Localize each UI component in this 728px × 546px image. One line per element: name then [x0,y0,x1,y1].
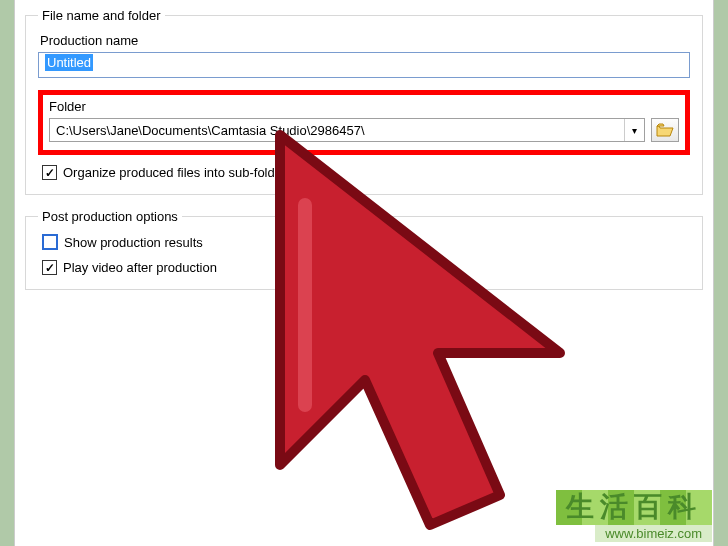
post-production-legend: Post production options [38,209,182,224]
check-icon: ✓ [45,262,55,274]
organize-checkbox[interactable]: ✓ [42,165,57,180]
folder-open-icon [656,123,674,137]
production-name-label: Production name [40,33,690,48]
show-results-checkbox[interactable] [42,234,58,250]
organize-checkbox-label: Organize produced files into sub-folders [63,165,293,180]
file-name-folder-legend: File name and folder [38,8,165,23]
folder-row: C:\Users\Jane\Documents\Camtasia Studio\… [49,118,679,142]
show-results-label: Show production results [64,235,203,250]
folder-path-value: C:\Users\Jane\Documents\Camtasia Studio\… [50,123,624,138]
play-video-checkbox-row[interactable]: ✓ Play video after production [42,260,690,275]
post-production-fieldset: Post production options Show production … [25,209,703,290]
watermark: 生活百科 www.bimeiz.com [556,490,712,542]
production-name-value: Untitled [45,54,93,71]
watermark-url: www.bimeiz.com [595,525,712,542]
dialog-panel: File name and folder Production name Unt… [14,0,714,546]
browse-folder-button[interactable] [651,118,679,142]
play-video-checkbox[interactable]: ✓ [42,260,57,275]
production-name-input[interactable]: Untitled [38,52,690,78]
folder-highlight: Folder C:\Users\Jane\Documents\Camtasia … [38,90,690,155]
play-video-label: Play video after production [63,260,217,275]
watermark-title: 生活百科 [556,490,712,525]
check-icon: ✓ [45,167,55,179]
folder-combobox[interactable]: C:\Users\Jane\Documents\Camtasia Studio\… [49,118,645,142]
organize-checkbox-row[interactable]: ✓ Organize produced files into sub-folde… [42,165,690,180]
file-name-folder-fieldset: File name and folder Production name Unt… [25,8,703,195]
chevron-down-icon[interactable]: ▾ [624,119,644,141]
folder-label: Folder [49,99,679,114]
show-results-checkbox-row[interactable]: Show production results [42,234,690,250]
